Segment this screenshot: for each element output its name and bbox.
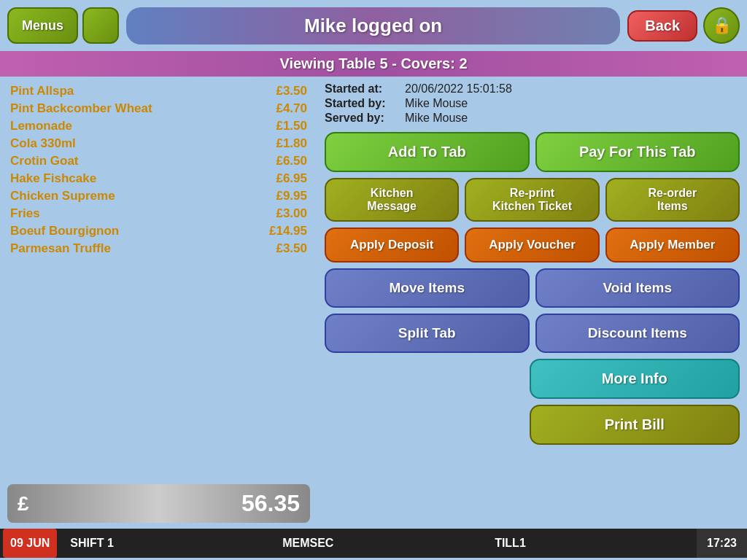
item-price: £3.50 [276,241,307,256]
top-bar: Menus Mike logged on Back 🔒 [0,0,747,51]
spacer-2 [325,405,524,445]
main-content: Pint Allspa£3.50Pint Backcomber Wheat£4.… [0,77,747,529]
split-tab-button[interactable]: Split Tab [325,314,530,353]
item-name: Cola 330ml [10,136,76,151]
void-items-button[interactable]: Void Items [535,268,740,308]
items-list: Pint Allspa£3.50Pint Backcomber Wheat£4.… [7,82,310,481]
table-row: Pint Backcomber Wheat£4.70 [7,100,310,117]
item-price: £3.50 [276,84,307,98]
back-button[interactable]: Back [627,10,697,42]
item-name: Chicken Supreme [10,189,115,203]
btn-row-3: Apply Deposit Apply Voucher Apply Member [325,228,740,262]
print-bill-button[interactable]: Print Bill [530,405,740,445]
table-row: Crotin Goat£6.50 [7,152,310,170]
info-row-started-by: Started by: Mike Mouse [325,97,740,110]
btn-row-4: Move Items Void Items [325,268,740,308]
started-at-value: 20/06/2022 15:01:58 [405,82,512,96]
table-row: Parmesan Truffle£3.50 [7,240,310,257]
currency-symbol: £ [18,492,29,516]
served-by-value: Mike Mouse [405,112,468,125]
menus-button[interactable]: Menus [7,7,78,44]
item-name: Crotin Goat [10,154,79,168]
item-name: Boeuf Bourgignon [10,224,119,238]
table-row: Chicken Supreme£9.95 [7,187,310,205]
viewing-text: Viewing Table 5 - Covers: 2 [279,55,467,71]
kitchen-message-label: KitchenMessage [367,187,417,212]
btn-row-7: Print Bill [325,405,740,445]
spacer-1 [325,359,524,399]
status-time: 17:23 [697,529,747,558]
right-panel: Started at: 20/06/2022 15:01:58 Started … [317,77,747,529]
btn-row-1: Add To Tab Pay For This Tab [325,132,740,172]
item-name: Pint Allspa [10,84,74,98]
served-by-label: Served by: [325,112,405,125]
info-row-served-by: Served by: Mike Mouse [325,112,740,125]
add-to-tab-button[interactable]: Add To Tab [325,132,530,172]
table-row: Boeuf Bourgignon£14.95 [7,222,310,240]
logged-on-title: Mike logged on [304,15,442,36]
started-at-label: Started at: [325,82,405,96]
reorder-items-button[interactable]: Re-orderItems [605,178,740,222]
status-bar: 09 JUN SHIFT 1 MEMSEC TILL1 17:23 [0,529,747,558]
apply-member-button[interactable]: Apply Member [605,228,740,262]
total-bar: £ 56.35 [7,484,310,523]
table-row: Cola 330ml£1.80 [7,135,310,152]
top-left-buttons: Menus [7,7,119,44]
item-price: £4.70 [276,101,307,116]
status-till: TILL1 [484,529,697,558]
info-section: Started at: 20/06/2022 15:01:58 Started … [325,82,740,126]
status-memsec: MEMSEC [272,529,484,558]
item-price: £1.80 [276,136,307,151]
started-by-value: Mike Mouse [405,97,468,110]
more-info-button[interactable]: More Info [530,359,740,399]
kitchen-message-button[interactable]: KitchenMessage [325,178,459,222]
status-date: 09 JUN [3,529,57,558]
item-name: Pint Backcomber Wheat [10,101,152,116]
item-price: £14.95 [269,224,307,238]
viewing-bar: Viewing Table 5 - Covers: 2 [0,51,747,77]
move-items-button[interactable]: Move Items [325,268,530,308]
table-row: Lemonade£1.50 [7,117,310,135]
lock-icon: 🔒 [712,16,732,35]
started-by-label: Started by: [325,97,405,110]
top-right-buttons: Back 🔒 [627,7,740,44]
total-amount: 56.35 [241,490,300,517]
reorder-items-label: Re-orderItems [648,187,697,212]
item-name: Hake Fishcake [10,171,96,186]
apply-deposit-button[interactable]: Apply Deposit [325,228,459,262]
btn-row-5: Split Tab Discount Items [325,314,740,353]
apply-voucher-button[interactable]: Apply Voucher [465,228,599,262]
item-price: £3.00 [276,206,307,221]
extra-button-1[interactable] [82,7,119,44]
lock-button[interactable]: 🔒 [703,7,740,44]
table-row: Fries£3.00 [7,205,310,222]
discount-items-button[interactable]: Discount Items [535,314,740,353]
item-price: £6.95 [276,171,307,186]
item-name: Fries [10,206,40,221]
title-bar: Mike logged on [126,7,620,44]
btn-row-6: More Info [325,359,740,399]
reprint-kitchen-label: Re-printKitchen Ticket [492,187,572,212]
item-price: £1.50 [276,119,307,133]
status-shift: SHIFT 1 [60,529,272,558]
pay-for-this-tab-button[interactable]: Pay For This Tab [535,132,740,172]
info-row-started-at: Started at: 20/06/2022 15:01:58 [325,82,740,96]
reprint-kitchen-button[interactable]: Re-printKitchen Ticket [465,178,599,222]
item-price: £9.95 [276,189,307,203]
item-name: Lemonade [10,119,72,133]
table-row: Hake Fishcake£6.95 [7,170,310,187]
item-price: £6.50 [276,154,307,168]
table-row: Pint Allspa£3.50 [7,82,310,100]
left-panel: Pint Allspa£3.50Pint Backcomber Wheat£4.… [0,77,317,529]
btn-row-2: KitchenMessage Re-printKitchen Ticket Re… [325,178,740,222]
item-name: Parmesan Truffle [10,241,111,256]
